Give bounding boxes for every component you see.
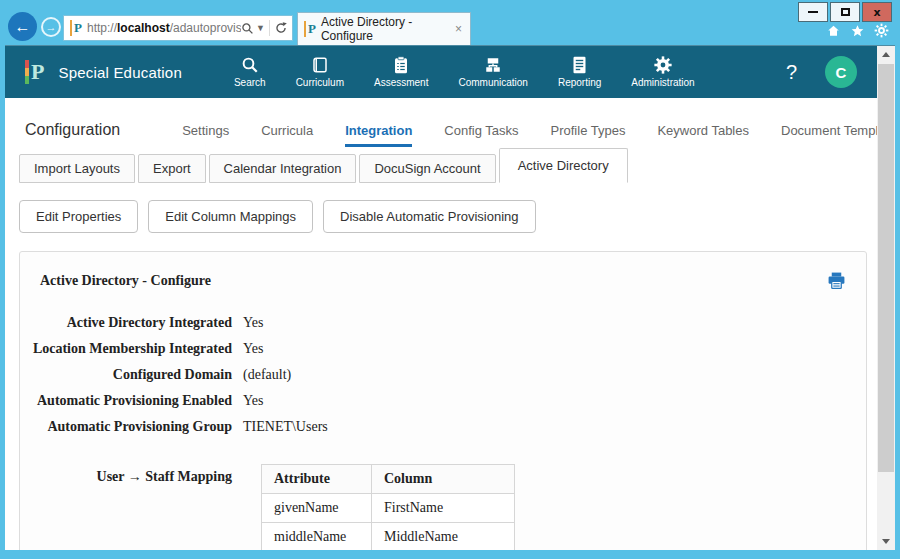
nav-item-assessment[interactable]: Assessment (374, 56, 428, 88)
settings-gear-icon[interactable] (874, 23, 889, 38)
url-text[interactable]: http://localhost/adautoprovision.asp (87, 21, 241, 35)
back-arrow-icon: ← (15, 18, 31, 36)
search-icon[interactable] (241, 22, 254, 35)
tab-keyword-tables[interactable]: Keyword Tables (657, 123, 749, 147)
configuration-nav: Configuration Settings Curricula Integra… (5, 98, 877, 147)
property-row: Automatic Provisioning Group TIENET\User… (20, 414, 866, 440)
app-logo-icon[interactable]: P (25, 60, 44, 84)
subtab-import-layouts[interactable]: Import Layouts (19, 154, 135, 183)
subtab-export[interactable]: Export (138, 154, 206, 183)
tab-curricula[interactable]: Curricula (261, 123, 313, 147)
column-header: Column (372, 465, 515, 494)
refresh-icon[interactable] (274, 21, 288, 35)
subtab-docusign-account[interactable]: DocuSign Account (359, 154, 495, 183)
table-row: middleName MiddleName (262, 523, 515, 551)
main-nav: Search Curriculum (234, 56, 695, 88)
property-row: Location Membership Integrated Yes (20, 336, 866, 362)
browser-chrome: ← → P http://localhost/adautoprovision.a… (5, 5, 895, 45)
tab-favicon: P (304, 21, 316, 37)
browser-tab[interactable]: P Active Directory - Configure × (297, 12, 471, 45)
panel-title: Active Directory - Configure (40, 273, 211, 289)
edit-properties-button[interactable]: Edit Properties (19, 200, 138, 233)
user-avatar[interactable]: C (825, 56, 857, 88)
nav-item-communication[interactable]: Communication (458, 56, 527, 88)
forward-button[interactable]: → (41, 17, 61, 37)
chevron-down-icon (882, 539, 890, 544)
divider (269, 20, 270, 36)
tab-integration[interactable]: Integration (345, 123, 412, 147)
user-staff-mapping: User → Staff Mapping Attribute Column gi… (20, 464, 866, 550)
back-button[interactable]: ← (8, 12, 37, 41)
tab-config-tasks[interactable]: Config Tasks (444, 123, 518, 147)
property-list: Active Directory Integrated Yes Location… (20, 310, 866, 440)
clipboard-icon (393, 56, 409, 74)
property-row: Configured Domain (default) (20, 362, 866, 388)
maximize-icon (841, 8, 850, 16)
nav-item-administration[interactable]: Administration (631, 56, 694, 88)
page-viewport: P Special Education Search Curriculu (5, 45, 895, 550)
mapping-table: Attribute Column givenName FirstName mid… (261, 464, 515, 550)
help-button[interactable]: ? (786, 61, 797, 84)
close-button[interactable]: x (862, 2, 892, 22)
site-favicon: P (70, 20, 82, 36)
table-header-row: Attribute Column (262, 465, 515, 494)
mapping-label: User → Staff Mapping (20, 464, 232, 550)
property-row: Automatic Provisioning Enabled Yes (20, 388, 866, 414)
tab-document-templates[interactable]: Document Templates (781, 123, 877, 147)
app-header: P Special Education Search Curriculu (5, 46, 877, 98)
subtab-active-directory[interactable]: Active Directory (499, 148, 628, 183)
chevron-up-icon (882, 52, 890, 57)
search-icon (241, 56, 259, 74)
disable-automatic-provisioning-button[interactable]: Disable Automatic Provisioning (323, 200, 535, 233)
minimize-icon (808, 11, 818, 13)
edit-column-mappings-button[interactable]: Edit Column Mappings (148, 200, 313, 233)
forward-arrow-icon: → (46, 21, 57, 33)
scroll-down-button[interactable] (877, 533, 895, 550)
scroll-up-button[interactable] (877, 46, 895, 63)
sitemap-icon (484, 56, 502, 74)
tab-close-icon[interactable]: × (453, 22, 464, 36)
tab-settings[interactable]: Settings (182, 123, 229, 147)
home-icon[interactable] (826, 24, 841, 38)
app-title: Special Education (58, 64, 181, 81)
print-icon[interactable] (827, 271, 846, 290)
address-bar[interactable]: P http://localhost/adautoprovision.asp ▼ (63, 15, 293, 41)
subtab-calendar-integration[interactable]: Calendar Integration (209, 154, 357, 183)
tab-profile-types[interactable]: Profile Types (551, 123, 626, 147)
column-header: Attribute (262, 465, 372, 494)
property-row: Active Directory Integrated Yes (20, 310, 866, 336)
page-title: Configuration (25, 121, 120, 147)
nav-item-reporting[interactable]: Reporting (558, 56, 601, 88)
maximize-button[interactable] (830, 2, 860, 22)
tab-title: Active Directory - Configure (321, 15, 453, 43)
vertical-scrollbar[interactable] (877, 46, 895, 550)
table-row: givenName FirstName (262, 494, 515, 523)
favorites-star-icon[interactable] (850, 24, 865, 38)
search-dropdown-icon[interactable]: ▼ (256, 23, 265, 33)
integration-subtabs: Import Layouts Export Calendar Integrati… (5, 147, 877, 183)
action-buttons: Edit Properties Edit Column Mappings Dis… (19, 200, 877, 233)
minimize-button[interactable] (798, 2, 828, 22)
nav-item-search[interactable]: Search (234, 56, 266, 88)
gear-icon (654, 56, 672, 74)
nav-item-curriculum[interactable]: Curriculum (296, 56, 344, 88)
active-directory-panel: Active Directory - Configure Active Dire… (19, 251, 867, 550)
window-caption-buttons: x (796, 2, 892, 22)
scrollbar-thumb[interactable] (878, 64, 894, 472)
report-document-icon (572, 56, 587, 74)
close-icon: x (873, 6, 880, 19)
book-icon (311, 56, 329, 74)
